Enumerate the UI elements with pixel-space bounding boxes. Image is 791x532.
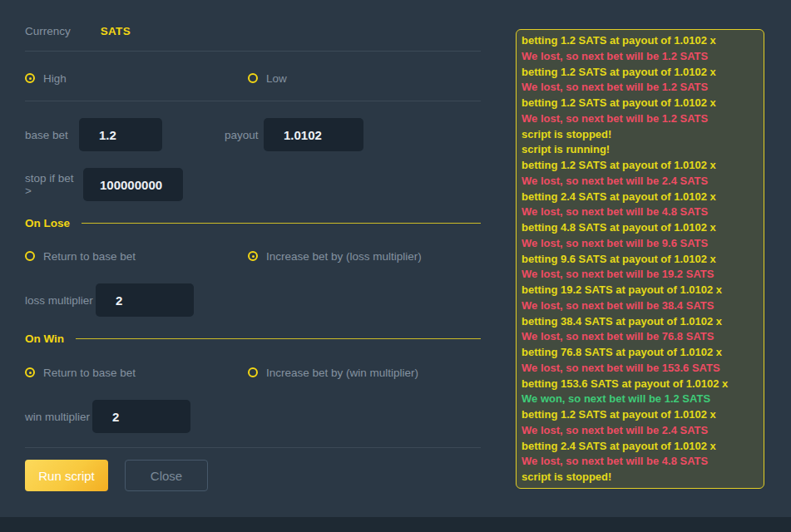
divider bbox=[25, 101, 481, 101]
win-increase-radio[interactable]: Increase bet by (win multiplier) bbox=[248, 367, 418, 379]
run-script-button[interactable]: Run script bbox=[25, 460, 108, 491]
section-rule bbox=[82, 223, 481, 224]
win-multiplier-input[interactable] bbox=[92, 400, 190, 433]
log-line: betting 38.4 SATS at payout of 1.0102 x bbox=[522, 314, 759, 330]
log-line: script is stopped! bbox=[522, 470, 759, 485]
page-background-strip bbox=[0, 517, 791, 532]
radio-unselected-icon bbox=[25, 251, 35, 261]
radio-selected-icon bbox=[25, 73, 35, 83]
log-line: betting 1.2 SATS at payout of 1.0102 x bbox=[522, 96, 759, 111]
log-line: We lost, so next bet will be 1.2 SATS bbox=[522, 49, 759, 65]
win-multiplier-label: win multiplier bbox=[25, 411, 92, 423]
log-line: betting 2.4 SATS at payout of 1.0102 x bbox=[522, 439, 759, 455]
high-radio-label: High bbox=[43, 72, 67, 85]
on-win-section-header: On Win bbox=[25, 332, 481, 345]
script-settings-panel: Currency SATS High Low base bet payout s… bbox=[0, 0, 499, 517]
stop-if-bet-label: stop if bet > bbox=[25, 172, 83, 197]
log-line: We lost, so next bet will be 1.2 SATS bbox=[522, 111, 759, 127]
lose-increase-radio[interactable]: Increase bet by (loss multiplier) bbox=[248, 250, 422, 263]
bet-settings-row: base bet payout bbox=[25, 118, 481, 151]
lose-return-base-label: Return to base bet bbox=[43, 250, 136, 263]
log-line: betting 76.8 SATS at payout of 1.0102 x bbox=[522, 345, 759, 361]
log-line: betting 4.8 SATS at payout of 1.0102 x bbox=[522, 220, 759, 236]
loss-multiplier-input[interactable] bbox=[96, 283, 194, 317]
divider bbox=[25, 51, 481, 52]
log-line: betting 9.6 SATS at payout of 1.0102 x bbox=[522, 252, 759, 268]
on-lose-title: On Lose bbox=[25, 217, 70, 229]
radio-unselected-icon bbox=[248, 73, 258, 83]
low-radio-label: Low bbox=[266, 72, 287, 85]
script-log[interactable]: betting 1.2 SATS at payout of 1.0102 xWe… bbox=[516, 29, 764, 489]
close-button[interactable]: Close bbox=[125, 460, 208, 491]
log-line: We lost, so next bet will be 38.4 SATS bbox=[522, 298, 759, 314]
loss-multiplier-row: loss multiplier bbox=[25, 283, 194, 317]
on-lose-section-header: On Lose bbox=[25, 217, 481, 229]
log-line: We won, so next bet will be 1.2 SATS bbox=[522, 392, 759, 407]
log-line: betting 1.2 SATS at payout of 1.0102 x bbox=[522, 65, 759, 81]
currency-selector[interactable]: SATS bbox=[101, 25, 131, 37]
log-line: We lost, so next bet will be 4.8 SATS bbox=[522, 204, 759, 220]
payout-input[interactable] bbox=[264, 118, 363, 151]
payout-label: payout bbox=[225, 129, 264, 141]
on-lose-radio-group: Return to base bet Increase bet by (loss… bbox=[25, 249, 481, 264]
currency-row: Currency SATS bbox=[25, 25, 131, 37]
lose-increase-label: Increase bet by (loss multiplier) bbox=[266, 250, 422, 263]
currency-label: Currency bbox=[25, 25, 71, 37]
log-line: betting 1.2 SATS at payout of 1.0102 x bbox=[522, 158, 759, 174]
log-line: betting 2.4 SATS at payout of 1.0102 x bbox=[522, 190, 759, 205]
stop-bet-row: stop if bet > bbox=[25, 168, 183, 201]
log-line: script is stopped! bbox=[522, 127, 759, 143]
log-line: We lost, so next bet will be 19.2 SATS bbox=[522, 267, 759, 283]
radio-selected-icon bbox=[25, 367, 35, 377]
low-radio[interactable]: Low bbox=[248, 72, 287, 85]
log-line: We lost, so next bet will be 76.8 SATS bbox=[522, 329, 759, 345]
win-multiplier-row: win multiplier bbox=[25, 400, 190, 433]
section-rule bbox=[76, 338, 481, 339]
log-line: We lost, so next bet will be 2.4 SATS bbox=[522, 174, 759, 190]
lose-return-base-radio[interactable]: Return to base bet bbox=[25, 250, 136, 263]
base-bet-input[interactable] bbox=[79, 118, 162, 151]
on-win-radio-group: Return to base bet Increase bet by (win … bbox=[25, 365, 481, 380]
log-line: We lost, so next bet will be 4.8 SATS bbox=[522, 454, 759, 470]
log-line: We lost, so next bet will be 1.2 SATS bbox=[522, 80, 759, 96]
divider bbox=[25, 447, 481, 448]
log-line: We lost, so next bet will be 9.6 SATS bbox=[522, 236, 759, 252]
log-line: We lost, so next bet will be 2.4 SATS bbox=[522, 423, 759, 439]
win-increase-label: Increase bet by (win multiplier) bbox=[266, 367, 418, 379]
log-line: betting 19.2 SATS at payout of 1.0102 x bbox=[522, 283, 759, 298]
radio-selected-icon bbox=[248, 251, 258, 261]
log-line: betting 153.6 SATS at payout of 1.0102 x bbox=[522, 377, 759, 392]
log-line: betting 1.2 SATS at payout of 1.0102 x bbox=[522, 33, 759, 49]
win-return-base-radio[interactable]: Return to base bet bbox=[25, 367, 136, 379]
stop-if-bet-input[interactable] bbox=[83, 168, 183, 201]
on-win-title: On Win bbox=[25, 332, 64, 345]
high-radio[interactable]: High bbox=[25, 72, 67, 85]
base-bet-label: base bet bbox=[25, 129, 79, 141]
loss-multiplier-label: loss multiplier bbox=[25, 294, 96, 307]
radio-unselected-icon bbox=[248, 367, 258, 377]
direction-radio-group: High Low bbox=[25, 71, 481, 86]
win-return-base-label: Return to base bet bbox=[43, 367, 136, 379]
log-line: We lost, so next bet will be 153.6 SATS bbox=[522, 361, 759, 377]
log-line: betting 1.2 SATS at payout of 1.0102 x bbox=[522, 407, 759, 423]
log-line: script is running! bbox=[522, 142, 759, 158]
